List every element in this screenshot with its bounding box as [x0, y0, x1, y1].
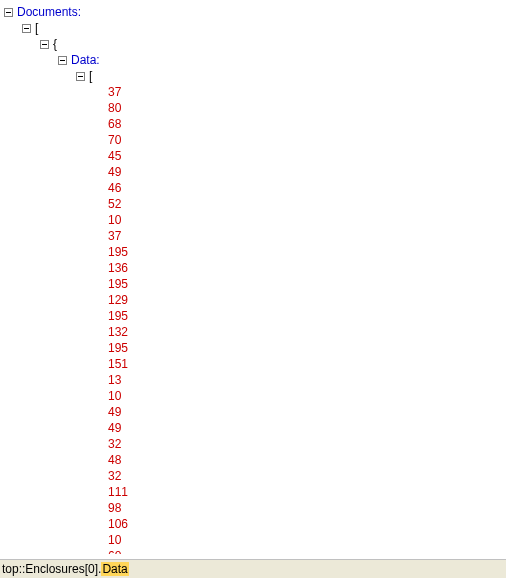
tree-leaf-value[interactable]: 10 — [0, 388, 506, 404]
tree-leaf-value[interactable]: 70 — [0, 132, 506, 148]
tree-leaf-value[interactable]: 49 — [0, 164, 506, 180]
leaf-number: 46 — [108, 180, 121, 196]
tree-leaf-value[interactable]: 48 — [0, 452, 506, 468]
status-bar: top::Enclosures[0]. Data — [0, 559, 506, 578]
collapse-icon[interactable] — [4, 8, 13, 17]
tree-leaf-value[interactable]: 45 — [0, 148, 506, 164]
collapse-icon[interactable] — [40, 40, 49, 49]
leaf-number: 195 — [108, 276, 128, 292]
tree-leaf-value[interactable]: 68 — [0, 116, 506, 132]
leaf-number: 10 — [108, 212, 121, 228]
status-path-highlight: Data — [101, 562, 128, 576]
leaf-number: 98 — [108, 500, 121, 516]
leaf-number: 195 — [108, 244, 128, 260]
tree-leaf-value[interactable]: 136 — [0, 260, 506, 276]
leaf-number: 49 — [108, 404, 121, 420]
tree-node-data[interactable]: Data : — [0, 52, 506, 68]
leaf-number: 80 — [108, 100, 121, 116]
leaf-number: 32 — [108, 436, 121, 452]
tree-node-documents[interactable]: Documents : — [0, 4, 506, 20]
leaf-number: 49 — [108, 420, 121, 436]
tree-leaf-value[interactable]: 10 — [0, 532, 506, 548]
leaf-number: 10 — [108, 532, 121, 548]
leaf-number: 195 — [108, 308, 128, 324]
tree-leaf-value[interactable]: 10 — [0, 212, 506, 228]
leaf-number: 49 — [108, 164, 121, 180]
leaf-number: 48 — [108, 452, 121, 468]
json-tree-viewer: Documents : [ { Data : [ 378068704549465… — [0, 4, 506, 554]
collapse-icon[interactable] — [76, 72, 85, 81]
node-suffix: : — [96, 52, 99, 68]
leaf-number: 68 — [108, 116, 121, 132]
tree-leaf-value[interactable]: 195 — [0, 244, 506, 260]
node-suffix: : — [78, 4, 81, 20]
node-brace: { — [53, 36, 57, 52]
tree-leaf-value[interactable]: 46 — [0, 180, 506, 196]
node-bracket: [ — [89, 68, 92, 84]
leaf-number: 195 — [108, 340, 128, 356]
tree-leaf-value[interactable]: 49 — [0, 404, 506, 420]
status-path-prefix: top::Enclosures[0]. — [2, 562, 101, 576]
tree-leaf-value[interactable]: 111 — [0, 484, 506, 500]
leaf-number: 13 — [108, 372, 121, 388]
tree-node-object-open[interactable]: { — [0, 36, 506, 52]
collapse-icon[interactable] — [22, 24, 31, 33]
tree-leaf-value[interactable]: 37 — [0, 228, 506, 244]
leaf-number: 70 — [108, 132, 121, 148]
leaf-number: 129 — [108, 292, 128, 308]
leaf-number: 111 — [108, 484, 128, 500]
tree-leaf-value[interactable]: 98 — [0, 500, 506, 516]
leaf-number: 37 — [108, 84, 121, 100]
tree-leaf-value[interactable]: 195 — [0, 308, 506, 324]
tree-node-data-array-open[interactable]: [ — [0, 68, 506, 84]
leaf-number: 136 — [108, 260, 128, 276]
tree-leaf-value[interactable]: 80 — [0, 100, 506, 116]
node-key: Documents — [17, 4, 78, 20]
collapse-icon[interactable] — [58, 56, 67, 65]
leaf-number: 32 — [108, 468, 121, 484]
tree-leaf-value[interactable]: 32 — [0, 468, 506, 484]
node-bracket: [ — [35, 20, 38, 36]
leaf-number: 45 — [108, 148, 121, 164]
tree-leaf-value[interactable]: 129 — [0, 292, 506, 308]
leaf-number: 132 — [108, 324, 128, 340]
leaf-number: 60 — [108, 548, 121, 554]
leaf-number: 151 — [108, 356, 128, 372]
tree-node-array-open[interactable]: [ — [0, 20, 506, 36]
tree-leaf-value[interactable]: 32 — [0, 436, 506, 452]
tree-leaf-value[interactable]: 132 — [0, 324, 506, 340]
tree-leaf-value[interactable]: 60 — [0, 548, 506, 554]
tree-leaf-value[interactable]: 195 — [0, 276, 506, 292]
tree-leaf-value[interactable]: 151 — [0, 356, 506, 372]
tree-leaf-value[interactable]: 37 — [0, 84, 506, 100]
tree-leaf-value[interactable]: 106 — [0, 516, 506, 532]
leaf-number: 10 — [108, 388, 121, 404]
tree-leaf-value[interactable]: 49 — [0, 420, 506, 436]
tree-leaf-value[interactable]: 52 — [0, 196, 506, 212]
tree-leaf-value[interactable]: 195 — [0, 340, 506, 356]
tree-leaf-value[interactable]: 13 — [0, 372, 506, 388]
leaf-number: 106 — [108, 516, 128, 532]
leaf-number: 37 — [108, 228, 121, 244]
leaf-number: 52 — [108, 196, 121, 212]
node-key: Data — [71, 52, 96, 68]
